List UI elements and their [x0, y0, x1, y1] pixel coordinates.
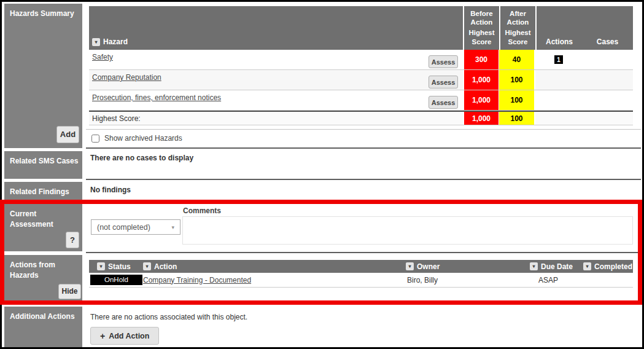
show-archived-checkbox[interactable]: [91, 135, 99, 143]
section-title: Additional Actions: [4, 307, 82, 322]
column-header-before-action: Before Action Highest Score: [463, 6, 499, 50]
filter-dropdown-icon[interactable]: ▾: [406, 262, 414, 270]
comments-label: Comments: [183, 206, 221, 215]
column-header-hazard: ▾ Hazard: [89, 6, 463, 50]
section-title: Hazards Summary: [4, 4, 82, 19]
table-bottom-rule: [86, 129, 641, 130]
add-hazard-button[interactable]: Add: [56, 126, 79, 143]
after-action-label: After Action: [502, 9, 534, 27]
after-score-cell: 100: [499, 90, 535, 110]
action-row: OnHold Company Training - Documented Bir…: [89, 273, 633, 288]
no-cases-message: There are no cases to display: [90, 154, 193, 162]
add-action-label: Add Action: [109, 332, 149, 340]
section-title: Actions from Hazards: [4, 255, 82, 281]
assessment-status-value: (not completed): [97, 223, 150, 232]
hide-button[interactable]: Hide: [58, 284, 81, 299]
column-header-owner: ▾ Owner: [401, 260, 525, 273]
owner-cell: Biro, Billy: [401, 273, 525, 287]
cases-cell: [582, 90, 633, 110]
section-related-findings: Related Findings: [4, 182, 82, 200]
hazard-link[interactable]: Prosecution, fines, enforcement notices: [92, 93, 221, 102]
cases-cell: [582, 70, 633, 90]
section-hazards-summary: Hazards Summary Add: [4, 4, 82, 148]
section-actions-from-hazards: Actions from Hazards Hide: [4, 255, 82, 300]
add-action-button[interactable]: + Add Action: [90, 327, 159, 345]
show-archived-row: Show archived Hazards: [91, 134, 182, 143]
section-title: Related Findings: [4, 182, 82, 197]
section-title: Related SMS Cases: [4, 151, 82, 167]
highest-score-label: Highest Score: [502, 28, 534, 46]
section-additional-actions: Additional Actions: [4, 307, 82, 347]
status-cell: OnHold: [89, 273, 143, 287]
section-divider: [86, 252, 641, 253]
actions-table-header: ▾ Status ▾ Action ▾ Owner ▾ Due Date ▾ C…: [89, 260, 633, 273]
action-link[interactable]: Company Training - Documented: [143, 276, 251, 284]
hazard-row-safety: Safety Assess 300 40 1: [89, 50, 633, 70]
assess-button[interactable]: Assess: [429, 55, 458, 68]
column-header-actions: Actions: [535, 6, 582, 50]
hazard-row-company-reputation: Company Reputation Assess 1,000 100: [89, 70, 633, 90]
section-title: Current Assessment: [4, 204, 82, 230]
show-archived-label: Show archived Hazards: [104, 134, 182, 143]
section-divider: [86, 179, 641, 180]
hazards-table: ▾ Hazard Before Action Highest Score Aft…: [89, 6, 633, 125]
assess-button[interactable]: Assess: [429, 76, 458, 88]
filter-dropdown-icon[interactable]: ▾: [92, 38, 100, 46]
section-divider: [86, 303, 641, 304]
hazard-row-prosecution: Prosecution, fines, enforcement notices …: [89, 90, 633, 111]
assessment-status-select[interactable]: (not completed) ▾: [91, 219, 180, 235]
after-score-cell: 40: [499, 50, 535, 69]
column-header-completed: ▾ Completed: [580, 260, 633, 273]
filter-dropdown-icon[interactable]: ▾: [143, 262, 151, 270]
cases-cell: [582, 50, 633, 69]
after-score-cell: 100: [499, 70, 535, 90]
highest-score-label: Highest Score: [465, 28, 498, 46]
plus-icon: +: [100, 331, 105, 341]
filter-dropdown-icon[interactable]: ▾: [530, 262, 538, 270]
hazard-detail-page: Hazards Summary Add Related SMS Cases Re…: [0, 0, 644, 349]
actions-count-cell: [535, 70, 582, 90]
filter-dropdown-icon[interactable]: ▾: [583, 262, 591, 270]
actions-count-cell: [535, 90, 582, 110]
completed-cell: [580, 273, 633, 287]
hazard-column-label: Hazard: [103, 37, 128, 46]
no-findings-message: No findings: [90, 186, 131, 194]
section-divider: [86, 201, 641, 202]
before-action-label: Before Action: [465, 9, 498, 27]
no-actions-message: There are no actions associated with thi…: [90, 313, 247, 321]
section-divider: [86, 147, 641, 149]
filter-dropdown-icon[interactable]: ▾: [97, 262, 105, 270]
highest-score-footer-label: Highest Score:: [89, 112, 463, 125]
help-button[interactable]: ?: [66, 232, 79, 248]
hazards-table-footer: Highest Score: 1,000 100: [89, 111, 633, 125]
chevron-down-icon: ▾: [171, 224, 174, 230]
column-header-action: ▾ Action: [143, 260, 401, 273]
column-header-cases: Cases: [582, 6, 633, 50]
footer-after-score-cell: 100: [499, 112, 535, 125]
column-header-status: ▾ Status: [89, 260, 143, 273]
footer-before-score-cell: 1,000: [463, 112, 499, 125]
before-score-cell: 1,000: [463, 70, 499, 90]
action-cell: Company Training - Documented: [143, 273, 401, 287]
comments-textarea[interactable]: [182, 216, 633, 245]
actions-count-badge: 1: [554, 55, 563, 64]
section-related-sms-cases: Related SMS Cases: [4, 151, 82, 179]
status-badge: OnHold: [90, 275, 142, 285]
actions-count-cell: 1: [535, 50, 582, 69]
hazard-link[interactable]: Company Reputation: [92, 73, 161, 82]
due-date-cell: ASAP: [525, 273, 580, 287]
before-score-cell: 1,000: [463, 90, 499, 110]
actions-from-hazards-table: ▾ Status ▾ Action ▾ Owner ▾ Due Date ▾ C…: [89, 260, 633, 288]
column-header-after-action: After Action Highest Score: [499, 6, 535, 50]
column-header-due-date: ▾ Due Date: [525, 260, 580, 273]
section-current-assessment: Current Assessment ?: [4, 204, 82, 251]
hazards-table-header: ▾ Hazard Before Action Highest Score Aft…: [89, 6, 633, 50]
hazard-link[interactable]: Safety: [92, 53, 113, 61]
before-score-cell: 300: [463, 50, 499, 69]
assess-button[interactable]: Assess: [429, 96, 458, 109]
